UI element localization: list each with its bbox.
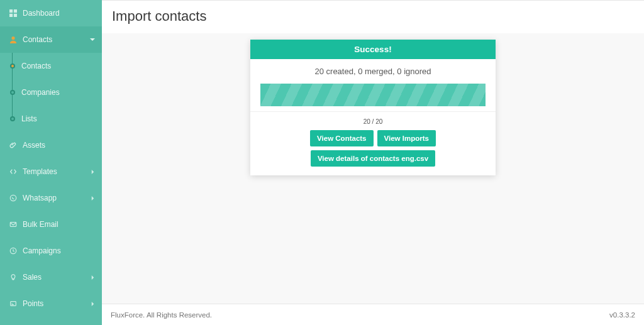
nav-label: Contacts [23,35,89,44]
main: Import contacts Success! 20 created, 0 m… [102,0,644,325]
tree-dot-icon [10,116,15,121]
nav-sales[interactable]: Sales [0,264,102,290]
nav-label: Campaigns [23,246,96,255]
nav-campaigns[interactable]: Campaigns [0,238,102,264]
tree-dot-icon [10,63,15,69]
nav-bulk-email[interactable]: Bulk Email [0,211,102,238]
user-icon [9,35,18,44]
card-footer: 20 / 20 View Contacts View Imports View … [250,111,496,175]
nav-templates[interactable]: Templates [0,158,102,185]
nav-sub-lists[interactable]: Lists [0,106,102,132]
import-stats: 20 created, 0 merged, 0 ignored [260,67,486,76]
nav-label: Assets [23,141,96,150]
clock-icon [9,246,18,255]
lightbulb-icon [9,273,18,282]
page-header: Import contacts [102,1,644,33]
nav-assets[interactable]: Assets [0,132,102,158]
svg-point-5 [10,195,16,201]
view-details-button[interactable]: View details of contacts eng.csv [311,150,435,167]
nav-label: Points [23,299,89,308]
content: Success! 20 created, 0 merged, 0 ignored… [102,33,644,325]
footer-copyright: FluxForce. All Rights Reserved. [111,311,212,319]
nav-contacts[interactable]: Contacts [0,26,102,53]
nav-whatsapp[interactable]: Whatsapp [0,185,102,211]
envelope-icon [9,220,18,229]
card-header: Success! [250,40,496,59]
progress-count: 20 / 20 [259,118,487,125]
import-result-card: Success! 20 created, 0 merged, 0 ignored… [250,40,496,175]
nav-label: Templates [23,167,89,176]
caret-down-icon [89,36,96,43]
tree-dot-icon [10,90,15,95]
svg-rect-8 [11,302,16,306]
page-title: Import contacts [112,8,634,25]
svg-rect-0 [9,9,13,13]
nav-sub-label: Companies [21,88,60,97]
progress-bar [260,84,486,106]
nav-sub-label: Contacts [21,62,51,70]
footer-version: v0.3.3.2 [609,311,635,319]
nav-label: Dashboard [23,9,96,18]
page-footer: FluxForce. All Rights Reserved. v0.3.3.2 [102,304,644,325]
view-contacts-button[interactable]: View Contacts [310,130,373,146]
grid-icon [9,9,18,18]
whatsapp-icon [9,194,18,202]
card-body: 20 created, 0 merged, 0 ignored [250,59,496,111]
nav-sub-companies[interactable]: Companies [0,79,102,106]
sidebar: Dashboard Contacts Contacts Companies Li… [0,0,102,325]
points-icon [9,299,18,308]
card-actions: View Contacts View Imports View details … [259,130,487,167]
caret-right-icon [89,274,96,280]
nav-dashboard[interactable]: Dashboard [0,0,102,26]
nav-sub-label: Lists [21,114,37,123]
svg-point-4 [11,36,14,40]
nav-contacts-subtree: Contacts Companies Lists [0,53,102,132]
code-icon [9,167,18,176]
caret-right-icon [89,168,96,175]
caret-right-icon [89,195,96,201]
svg-rect-1 [14,9,17,13]
svg-rect-3 [14,14,17,17]
view-imports-button[interactable]: View Imports [377,130,436,146]
nav-label: Whatsapp [23,194,89,202]
nav-label: Sales [23,273,89,282]
nav-sub-contacts[interactable]: Contacts [0,53,102,79]
caret-right-icon [89,300,96,307]
nav-label: Bulk Email [23,220,96,229]
nav-points[interactable]: Points [0,290,102,317]
paperclip-icon [9,141,18,150]
svg-rect-2 [9,14,13,17]
